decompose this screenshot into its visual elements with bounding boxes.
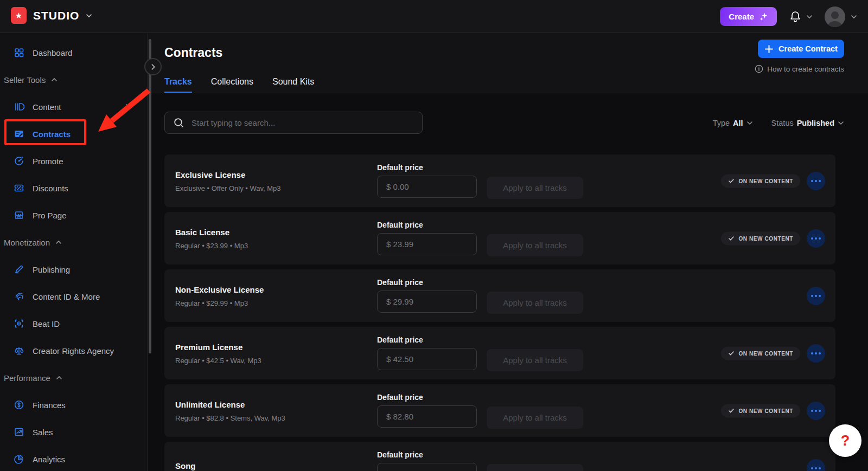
chevron-down-icon — [746, 120, 753, 126]
create-contract-button[interactable]: Create Contract — [758, 40, 844, 58]
check-icon — [728, 408, 735, 414]
license-title: Non-Exclusive License — [175, 285, 264, 294]
row-actions-button[interactable] — [807, 287, 825, 305]
license-row-exclusive: Exclusive License Exclusive • Offer Only… — [164, 154, 835, 207]
row-actions-button[interactable] — [807, 459, 825, 471]
row-actions-button[interactable] — [807, 229, 825, 248]
pen-icon — [14, 264, 24, 275]
sidebar-collapse-button[interactable] — [144, 58, 162, 75]
sidebar-item-label: Pro Page — [33, 211, 67, 220]
brand-menu[interactable]: ★ STUDIO — [11, 7, 92, 24]
apply-to-all-tracks-button[interactable]: Apply to all tracks — [487, 292, 583, 314]
sidebar-item-pro-page[interactable]: Pro Page — [0, 202, 147, 229]
sidebar-item-dashboard[interactable]: Dashboard — [0, 39, 147, 66]
sidebar-item-label: Sales — [33, 428, 53, 437]
sidebar-scrollbar[interactable] — [149, 39, 151, 353]
sidebar-item-finances[interactable]: Finances — [0, 391, 147, 418]
sidebar-section-label: Performance — [4, 373, 50, 383]
storefront-icon — [14, 210, 24, 221]
account-menu[interactable] — [825, 7, 857, 27]
sidebar-item-label: Publishing — [33, 265, 70, 274]
app-root: ★ STUDIO Create — [0, 0, 868, 471]
default-price-label: Default price — [377, 335, 477, 344]
sidebar-section-label: Monetization — [4, 238, 50, 247]
chevron-right-icon — [124, 104, 131, 110]
license-title: Exclusive License — [175, 170, 281, 179]
how-to-create-contracts-link[interactable]: How to create contracts — [755, 64, 844, 73]
type-filter-label: Type — [713, 119, 730, 127]
how-to-label: How to create contracts — [767, 65, 844, 73]
beatstars-logo-icon: ★ — [11, 7, 27, 24]
apply-to-all-tracks-button[interactable]: Apply to all tracks — [487, 407, 583, 429]
license-list: Exclusive License Exclusive • Offer Only… — [164, 154, 835, 471]
default-price-input[interactable] — [377, 463, 477, 471]
price-group: Default price — [377, 450, 477, 471]
sidebar-item-content[interactable]: Content — [0, 93, 147, 120]
license-title: Unlimited License — [175, 399, 285, 409]
row-actions-button[interactable] — [807, 402, 825, 420]
license-row-unlimited: Unlimited License Regular • $82.8 • Stem… — [164, 384, 835, 437]
sidebar-item-content-id[interactable]: Content ID & More — [0, 283, 147, 310]
sidebar-item-label: Contracts — [33, 130, 71, 139]
tab-tracks[interactable]: Tracks — [164, 73, 192, 93]
license-title: Basic License — [175, 227, 248, 236]
create-button[interactable]: Create — [720, 7, 777, 26]
sidebar-section-performance[interactable]: Performance — [0, 364, 147, 391]
sidebar-section-monetization[interactable]: Monetization — [0, 229, 147, 256]
row-actions-button[interactable] — [807, 172, 825, 190]
dollar-circle-icon — [14, 399, 24, 410]
tab-sound-kits[interactable]: Sound Kits — [272, 73, 314, 93]
sidebar-item-promote[interactable]: Promote — [0, 147, 147, 175]
check-icon — [728, 178, 735, 184]
default-price-input[interactable] — [377, 233, 477, 255]
help-button[interactable]: ? — [829, 424, 861, 457]
bell-icon — [789, 10, 802, 23]
chevron-down-icon — [806, 14, 813, 20]
sidebar-item-sales[interactable]: Sales — [0, 418, 147, 446]
info-icon — [755, 64, 763, 73]
sidebar-item-label: Analytics — [33, 455, 65, 464]
chevron-up-icon — [56, 375, 62, 381]
chevron-right-icon — [150, 63, 157, 70]
plus-icon — [764, 44, 774, 54]
promote-icon — [14, 156, 24, 166]
license-subtitle: Regular • $29.99 • Mp3 — [175, 299, 264, 307]
topbar-actions: Create — [720, 0, 857, 33]
sidebar-item-contracts[interactable]: Contracts — [0, 120, 147, 147]
apply-to-all-tracks-button[interactable]: Apply to all tracks — [487, 349, 583, 371]
notifications-menu[interactable] — [789, 10, 813, 23]
apply-to-all-tracks-button[interactable]: Apply to all tracks — [487, 464, 583, 471]
apply-to-all-tracks-button[interactable]: Apply to all tracks — [487, 234, 583, 256]
sales-chart-icon — [14, 427, 24, 437]
sparkles-icon — [759, 12, 768, 21]
default-price-input[interactable] — [377, 348, 477, 370]
default-price-input[interactable] — [377, 176, 477, 198]
license-row-song: Song Default price Apply to all tracks — [164, 442, 835, 471]
pie-chart-icon — [14, 454, 24, 464]
fingerprint-icon — [14, 291, 24, 302]
tabs-divider — [148, 93, 868, 93]
apply-to-all-tracks-button[interactable]: Apply to all tracks — [487, 177, 583, 199]
default-price-label: Default price — [377, 278, 477, 287]
search-input[interactable] — [192, 118, 414, 127]
license-info: Exclusive License Exclusive • Offer Only… — [175, 170, 281, 192]
badge-label: ON NEW CONTENT — [738, 350, 793, 356]
search-box — [164, 112, 423, 134]
sidebar-item-creator-rights-agency[interactable]: Creator Rights Agency — [0, 337, 147, 364]
default-price-input[interactable] — [377, 291, 477, 313]
price-group: Default price — [377, 278, 477, 313]
sidebar-item-analytics[interactable]: Analytics — [0, 446, 147, 471]
sidebar-item-discounts[interactable]: Discounts — [0, 175, 147, 202]
status-filter[interactable]: Status Published — [771, 119, 844, 127]
row-actions-button[interactable] — [807, 344, 825, 363]
sidebar-section-seller-tools[interactable]: Seller Tools — [0, 66, 147, 93]
sidebar-item-beat-id[interactable]: Beat ID — [0, 310, 147, 337]
person-icon — [825, 9, 845, 27]
sidebar-item-publishing[interactable]: Publishing — [0, 256, 147, 283]
chevron-down-icon — [851, 14, 857, 20]
discount-ticket-icon — [14, 183, 24, 193]
license-info: Non-Exclusive License Regular • $29.99 •… — [175, 285, 264, 307]
type-filter[interactable]: Type All — [713, 119, 753, 127]
default-price-input[interactable] — [377, 405, 477, 428]
tab-collections[interactable]: Collections — [211, 73, 253, 93]
